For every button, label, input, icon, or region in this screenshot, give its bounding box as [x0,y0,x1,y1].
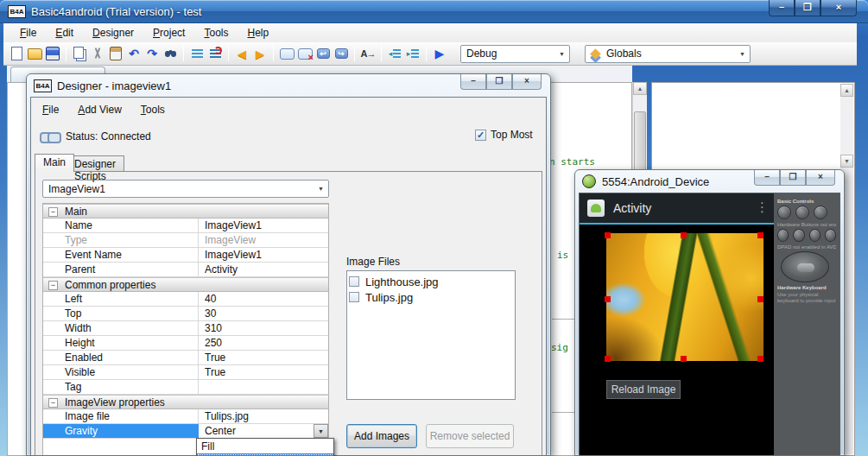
autocomplete-icon[interactable]: A→ [360,46,376,61]
property-row[interactable]: Tag [43,380,328,395]
property-value[interactable]: 310 [199,321,328,335]
navigate-back-icon[interactable]: ◀ [234,46,250,61]
property-row[interactable]: Image fileTulips.jpg [43,409,328,424]
property-value[interactable]: 30 [199,307,328,320]
outdent-icon[interactable]: ◂ [387,46,402,61]
property-row[interactable]: Height250 [43,336,328,351]
undo-icon[interactable]: ↶ [126,46,142,61]
minimize-button[interactable]: – [769,0,795,16]
property-row[interactable]: Top30 [43,307,328,321]
property-row[interactable]: Event NameImageView1 [43,248,328,263]
image-files-list[interactable]: Lighthouse.jpg Tulips.jpg [346,270,516,400]
collapse-icon[interactable]: − [48,207,58,217]
property-group-row[interactable]: −Common properties [43,277,328,292]
property-row[interactable]: EnabledTrue [43,351,328,365]
close-button[interactable]: × [512,74,542,90]
maximize-button[interactable]: ❐ [486,74,512,90]
property-row[interactable]: NameImageView1 [43,218,328,233]
tab-designer-scripts[interactable]: Designer Scripts [66,155,124,172]
menu-file[interactable]: File [10,25,46,41]
view-selector-combo[interactable]: ImageView1 ▼ [42,180,329,198]
topmost-checkbox[interactable]: ✓ [475,130,486,141]
volume-down-button[interactable] [777,206,791,219]
designer-menu-tools[interactable]: Tools [131,101,174,118]
dpad-control[interactable] [781,251,829,282]
property-value[interactable] [199,380,328,394]
resize-handle[interactable] [757,296,763,302]
property-value[interactable]: ImageView1 [199,218,328,232]
designer-menu-file[interactable]: File [33,101,68,118]
reload-image-button[interactable]: Reload Image [606,380,681,399]
collapse-icon[interactable]: − [48,281,58,290]
close-button[interactable]: × [806,170,835,186]
open-file-icon[interactable] [27,46,42,61]
menu-designer[interactable]: Designer [83,25,143,41]
scroll-up-icon[interactable]: ▲ [633,82,647,95]
resize-handle[interactable] [605,356,611,362]
minimize-button[interactable]: – [754,170,780,186]
property-row[interactable]: TypeImageView [43,233,328,248]
resize-handle[interactable] [605,296,611,302]
minimize-button[interactable]: – [460,74,486,90]
menu-tools[interactable]: Tools [194,25,238,41]
scroll-up-icon[interactable]: ▲ [840,84,853,97]
property-group-row[interactable]: −ImageView properties [43,395,328,409]
property-value[interactable]: Tulips.jpg [199,409,328,423]
maximize-button[interactable]: ❐ [795,0,820,16]
device-screen[interactable]: Activity ⋮ Reload Image [580,193,774,455]
property-value[interactable]: True [199,365,328,379]
paste-icon[interactable] [108,46,124,61]
tab-main[interactable]: Main [35,154,74,172]
region-icon[interactable] [279,46,295,61]
close-button[interactable]: × [820,0,857,16]
menu-project[interactable]: Project [143,25,194,41]
menu-help[interactable]: Help [238,25,278,41]
search-button[interactable] [825,229,836,242]
new-file-icon[interactable] [9,46,24,61]
resize-handle[interactable] [605,232,611,238]
add-images-button[interactable]: Add Images [346,424,417,448]
chevron-down-icon[interactable]: ▼ [314,424,328,438]
indent-icon[interactable]: ▸ [405,46,421,61]
copy-icon[interactable] [72,46,87,61]
navigate-forward-icon[interactable]: ▶ [252,46,268,61]
property-row-selected[interactable]: Gravity Center ▼ [43,424,328,439]
gravity-combo[interactable]: Center ▼ [199,424,328,438]
menu-button[interactable] [793,229,804,242]
volume-up-button[interactable] [795,206,809,219]
dropdown-option-fill[interactable]: Fill [197,439,333,453]
maximize-button[interactable]: ❐ [780,170,806,186]
property-row[interactable]: VisibleTrue [43,365,328,380]
file-checkbox[interactable] [349,292,359,302]
cut-icon[interactable] [90,46,105,61]
property-value[interactable]: ImageView1 [199,248,328,262]
uncomment-icon[interactable] [207,46,223,61]
home-button[interactable] [777,229,789,242]
expand-region-icon[interactable]: ↪ [333,46,349,61]
build-configuration-combo[interactable]: Debug ▼ [460,45,570,63]
collapse-region-icon[interactable]: ↩ [315,46,331,61]
resize-handle[interactable] [681,232,687,238]
designer-menu-add-view[interactable]: Add View [68,101,131,118]
menu-edit[interactable]: Edit [46,25,83,41]
property-value[interactable]: Activity [199,263,328,276]
scroll-down-icon[interactable]: ▼ [840,155,853,168]
find-icon[interactable] [162,46,178,61]
navigation-combo[interactable]: Globals ▼ [585,45,751,63]
redo-icon[interactable]: ↷ [144,46,160,61]
comment-icon[interactable] [189,46,205,61]
collapse-icon[interactable]: − [48,398,58,408]
property-row[interactable]: ParentActivity [43,263,328,277]
property-value[interactable]: 250 [199,336,328,350]
save-icon[interactable] [45,46,60,61]
back-button[interactable] [809,229,820,242]
property-group-row[interactable]: −Main [43,204,328,218]
property-row[interactable]: Width310 [43,321,328,336]
imageview-tulips-image[interactable] [606,233,763,361]
main-titlebar[interactable]: B4A Basic4android (Trial version) - test [0,0,868,23]
remove-region-icon[interactable]: × [297,46,313,61]
property-row[interactable]: Left40 [43,292,328,307]
topmost-option[interactable]: ✓ Top Most [475,129,533,141]
list-item[interactable]: Lighthouse.jpg [349,274,513,289]
list-item[interactable]: Tulips.jpg [349,289,513,305]
